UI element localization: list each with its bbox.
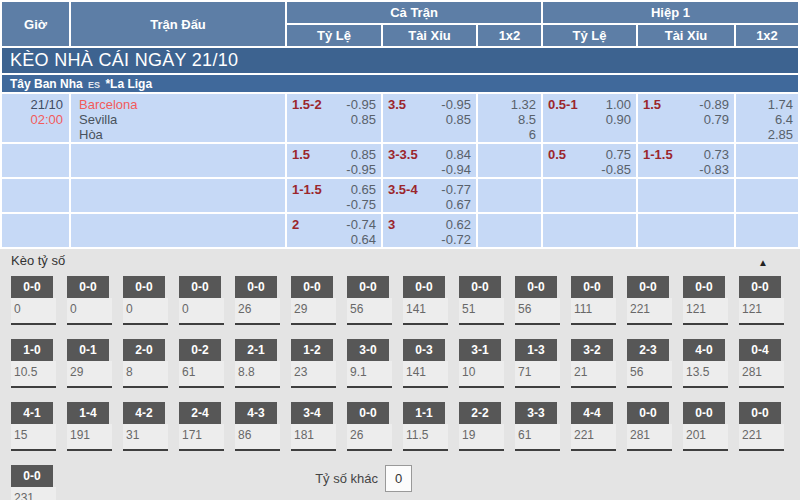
score-odds-value: 26 <box>347 424 392 449</box>
ft-over-under-cell[interactable]: 3-3.5 0.84-0.94 <box>383 144 476 177</box>
score-odds-box[interactable]: 0-0111 <box>571 276 616 325</box>
score-label: 0-0 <box>627 402 669 424</box>
score-odds-box[interactable]: 0-261 <box>179 339 224 388</box>
score-odds-box[interactable]: 3-361 <box>515 402 560 451</box>
score-label: 0-0 <box>235 276 277 298</box>
score-odds-box[interactable]: 3-4181 <box>291 402 336 451</box>
score-odds-box[interactable]: 0-0221 <box>627 276 672 325</box>
score-odds-box[interactable]: 0-026 <box>347 402 392 451</box>
score-odds-value: 0 <box>11 298 56 323</box>
score-label: 0-0 <box>739 402 781 424</box>
score-odds-box[interactable]: 4-386 <box>235 402 280 451</box>
score-label: 2-3 <box>627 339 669 361</box>
score-label: 4-4 <box>571 402 613 424</box>
score-odds-box[interactable]: 0-056 <box>347 276 392 325</box>
h1-handicap-cell[interactable]: 0.5-1 1.000.90 <box>543 94 636 142</box>
h1-1x2-cell <box>736 214 798 247</box>
score-odds-box[interactable]: 1-4191 <box>67 402 112 451</box>
over-under-line: 3 <box>388 217 395 232</box>
handicap-line: 0.5 <box>548 147 566 162</box>
ft-over-under-cell[interactable]: 3.5-4 -0.770.67 <box>383 179 476 212</box>
score-odds-box[interactable]: 0-00 <box>11 276 56 325</box>
score-odds-box[interactable]: 0-0281 <box>627 402 672 451</box>
over-under-line: 3-3.5 <box>388 147 418 162</box>
score-label: 3-0 <box>347 339 389 361</box>
col-header-h1-1x2: 1x2 <box>736 25 798 46</box>
score-label: 3-4 <box>291 402 333 424</box>
draw-label[interactable]: Hòa <box>79 127 285 142</box>
ft-1x2-cell[interactable]: 1.328.56 <box>478 94 541 142</box>
score-label: 0-0 <box>347 276 389 298</box>
score-odds-box[interactable]: 1-371 <box>515 339 560 388</box>
score-label: 0-0 <box>11 276 53 298</box>
score-odds-box[interactable]: 2-4171 <box>179 402 224 451</box>
handicap-line: 1.5-2 <box>292 97 322 112</box>
time-cell <box>2 144 69 177</box>
score-odds-box[interactable]: 2-08 <box>123 339 168 388</box>
score-section-title: Kèo tỷ số <box>11 253 800 268</box>
ft-1x2-cell <box>478 144 541 177</box>
score-odds-box[interactable]: 0-0121 <box>739 276 784 325</box>
score-label: 4-1 <box>11 402 53 424</box>
score-label: 0-0 <box>571 276 613 298</box>
match-cell[interactable]: Barcelona Sevilla Hòa <box>71 94 285 142</box>
ft-over-under-cell[interactable]: 3.5 -0.950.85 <box>383 94 476 142</box>
score-odds-box[interactable]: 3-09.1 <box>347 339 392 388</box>
score-odds-box[interactable]: 1-223 <box>291 339 336 388</box>
score-odds-value: 86 <box>235 424 280 449</box>
ft-handicap-cell[interactable]: 1-1.5 0.65-0.75 <box>287 179 381 212</box>
odds-table: Giờ Trận Đấu Cả Trận Hiệp 1 Tỷ Lệ Tài Xỉ… <box>0 0 800 249</box>
h1-1x2-cell[interactable]: 1.746.42.85 <box>736 94 798 142</box>
score-odds-box[interactable]: 3-110 <box>459 339 504 388</box>
away-team[interactable]: Sevilla <box>79 112 285 127</box>
score-odds-box[interactable]: 0-00 <box>179 276 224 325</box>
score-odds-box[interactable]: 0-0141 <box>403 276 448 325</box>
score-odds-box[interactable]: 0-129 <box>67 339 112 388</box>
league-banner[interactable]: Tây Ban Nha es *La Liga <box>2 75 798 92</box>
score-odds-box[interactable]: 0-0201 <box>683 402 728 451</box>
collapse-arrow-icon[interactable]: ▲ <box>758 257 768 268</box>
h1-over-under-cell[interactable]: 1-1.5 0.73-0.83 <box>638 144 734 177</box>
home-team[interactable]: Barcelona <box>79 97 285 112</box>
score-odds-box[interactable]: 0-4281 <box>739 339 784 388</box>
score-odds-value: 10.5 <box>11 361 56 386</box>
score-odds-box[interactable]: 0-051 <box>459 276 504 325</box>
over-under-line: 3.5-4 <box>388 182 418 197</box>
ft-handicap-cell[interactable]: 1.5 0.85-0.95 <box>287 144 381 177</box>
score-odds-box[interactable]: 4-4221 <box>571 402 616 451</box>
handicap-line: 0.5-1 <box>548 97 578 112</box>
ft-handicap-cell[interactable]: 2 -0.740.64 <box>287 214 381 247</box>
score-odds-box[interactable]: 0-00 <box>67 276 112 325</box>
score-odds-box[interactable]: 0-0221 <box>739 402 784 451</box>
score-odds-value: 141 <box>403 298 448 323</box>
score-odds-value: 221 <box>739 424 784 449</box>
ft-handicap-cell[interactable]: 1.5-2 -0.950.85 <box>287 94 381 142</box>
h1-over-under-cell[interactable]: 1.5 -0.890.79 <box>638 94 734 142</box>
h1-handicap-cell[interactable]: 0.5 0.75-0.85 <box>543 144 636 177</box>
score-odds-box[interactable]: 0-0121 <box>683 276 728 325</box>
over-under-line: 1-1.5 <box>643 147 673 162</box>
score-odds-box[interactable]: 0-3141 <box>403 339 448 388</box>
score-odds-box[interactable]: 0-056 <box>515 276 560 325</box>
score-odds-box[interactable]: 3-221 <box>571 339 616 388</box>
score-odds-box[interactable]: 0-029 <box>291 276 336 325</box>
score-odds-box[interactable]: 0-00 <box>123 276 168 325</box>
score-odds-box[interactable]: 0-026 <box>235 276 280 325</box>
score-odds-value: 111 <box>571 298 616 323</box>
score-label: 2-1 <box>235 339 277 361</box>
score-odds-value: 9.1 <box>347 361 392 386</box>
score-odds-box[interactable]: 2-356 <box>627 339 672 388</box>
score-odds-box[interactable]: 2-18.8 <box>235 339 280 388</box>
score-odds-value: 56 <box>627 361 672 386</box>
score-odds-box[interactable]: 4-013.5 <box>683 339 728 388</box>
other-score-input[interactable] <box>385 465 412 492</box>
ft-over-under-cell[interactable]: 3 0.62-0.72 <box>383 214 476 247</box>
score-odds-box[interactable]: 1-010.5 <box>11 339 56 388</box>
score-odds-box[interactable]: 4-231 <box>123 402 168 451</box>
handicap-line: 1.5 <box>292 147 310 162</box>
score-label: 0-0 <box>347 402 389 424</box>
score-odds-box[interactable]: 1-111.5 <box>403 402 448 451</box>
score-odds-box[interactable]: 2-219 <box>459 402 504 451</box>
score-label: 0-0 <box>403 276 445 298</box>
score-odds-box[interactable]: 4-115 <box>11 402 56 451</box>
